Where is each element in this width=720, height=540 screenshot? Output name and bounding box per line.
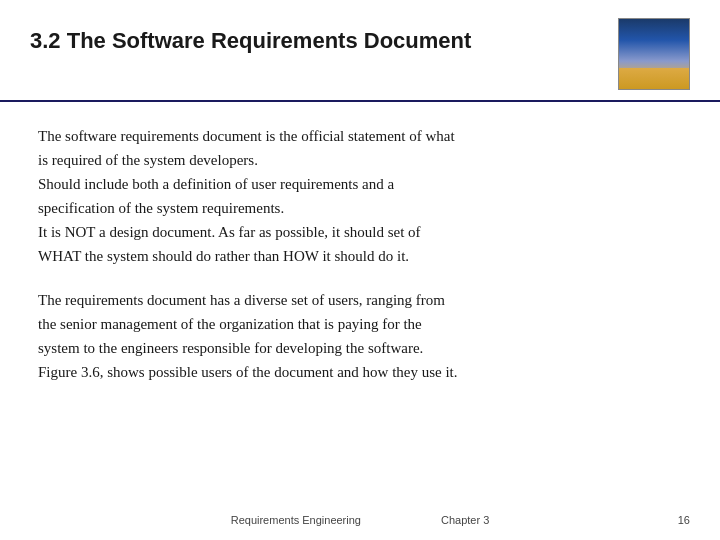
slide-footer: Requirements Engineering Chapter 3 — [0, 514, 720, 526]
header-image — [618, 18, 690, 90]
slide-title: 3.2 The Software Requirements Document — [30, 18, 471, 54]
slide: 3.2 The Software Requirements Document T… — [0, 0, 720, 540]
paragraph-1: The software requirements document is th… — [38, 124, 682, 268]
para2-text: The requirements document has a diverse … — [38, 288, 682, 384]
paragraph-2: The requirements document has a diverse … — [38, 288, 682, 384]
slide-header: 3.2 The Software Requirements Document — [0, 0, 720, 102]
footer-page-number: 16 — [678, 514, 690, 526]
slide-content: The software requirements document is th… — [0, 102, 720, 414]
footer-course: Requirements Engineering — [231, 514, 361, 526]
header-image-inner — [619, 19, 689, 89]
para1-text: The software requirements document is th… — [38, 124, 682, 268]
footer-chapter: Chapter 3 — [441, 514, 489, 526]
